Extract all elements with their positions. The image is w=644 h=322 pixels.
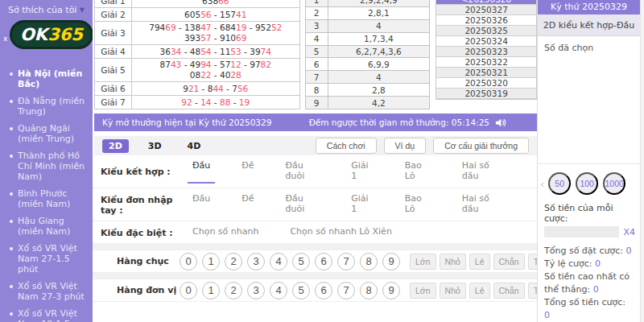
digit-button-6[interactable]: 6	[315, 253, 332, 270]
speaker-icon[interactable]	[494, 117, 506, 129]
sidebar-item[interactable]: Xổ số VR Việt Nam 27-1.5 phút	[0, 240, 93, 278]
tab-2d[interactable]: 2D	[102, 139, 129, 153]
bet-type-option[interactable]: Giải 1	[346, 160, 378, 184]
tab-3d[interactable]: 3D	[142, 139, 168, 153]
draw-date-item[interactable]: 20250321	[436, 68, 536, 78]
digit-action-button[interactable]: Nhỏ	[440, 254, 466, 270]
result-number: 3974	[250, 47, 271, 56]
amount-button-1000[interactable]: 1000	[603, 172, 625, 195]
sidebar-item[interactable]: Hậu Giang (miền Nam)	[0, 213, 93, 240]
draw-date-item[interactable]: 20250323	[436, 47, 536, 57]
digit-button-9[interactable]: 9	[382, 282, 400, 299]
favorites-label: Sở thích của tôi	[8, 5, 76, 15]
bet-type-option[interactable]: Đầu	[188, 160, 215, 184]
draw-date-item[interactable]: 20250322	[436, 57, 536, 68]
draw-date-item[interactable]: 20250326	[436, 15, 536, 26]
special-type-row: Kiểu đặc biệt : Chọn số nhanhChọn số nha…	[93, 221, 537, 244]
sidebar-item[interactable]: Hà Nội (miền Bắc)	[0, 65, 93, 93]
bullet-icon	[10, 155, 13, 158]
bet-type-option[interactable]: Bao Lô	[400, 193, 436, 217]
digit-button-1[interactable]: 1	[202, 253, 220, 270]
digit-button-4[interactable]: 4	[270, 253, 287, 270]
per-bet-input[interactable]	[544, 226, 619, 237]
results-section: Giải 163866Giải 260556 - 15741Giải 37946…	[94, 0, 537, 109]
digit-button-0[interactable]: 0	[180, 253, 197, 270]
sidebar-item-label: Bình Phước (miền Nam)	[18, 188, 89, 209]
bet-panel-draw-header: Kỳ thứ 20250329	[538, 0, 640, 14]
bet-type-option[interactable]: Hai số đầu	[457, 193, 507, 217]
digit-action-button[interactable]: Lớn	[410, 283, 436, 299]
digit-row-label: Hàng đơn vị	[117, 285, 180, 295]
bet-type-option[interactable]: Đề	[237, 193, 258, 217]
sidebar-favorites-header[interactable]: Sở thích của tôi ▼	[0, 0, 93, 17]
sidebar-item[interactable]: Xổ số VR Việt Nam 27-3 phút	[0, 278, 93, 305]
bet-panel-mode: 2D kiểu kết hợp-Đầu	[538, 14, 640, 36]
digit-button-8[interactable]: 8	[360, 282, 378, 299]
digit-button-8[interactable]: 8	[360, 253, 378, 270]
digit-button-9[interactable]: 9	[382, 253, 400, 270]
bet-type-option[interactable]: Giải 1	[346, 193, 378, 217]
bet-type-option[interactable]: Bao Lô	[400, 160, 436, 184]
digit-button-0[interactable]: 0	[180, 282, 197, 299]
help-button[interactable]: Cơ cấu giải thưởng	[433, 138, 529, 154]
draw-date-item[interactable]: 20250319	[436, 89, 536, 99]
current-draw-label: Kỳ mở thưởng hiện tại Kỳ thứ 20250329	[102, 118, 271, 127]
digit-action-button[interactable]: Lẻ	[469, 283, 490, 299]
caret-down-icon: ▼	[80, 6, 85, 14]
digit-button-5[interactable]: 5	[292, 282, 310, 299]
digit-stats-table: 12,9,2,4,922,8,13441,7,3,456,2,7,4,3,666…	[305, 0, 431, 109]
sidebar-item[interactable]: Xổ số VR Việt Nam 18-1.5 phút	[0, 305, 93, 322]
stats-row: 66,9,9	[305, 58, 430, 71]
bet-type-option[interactable]: Đầu	[188, 193, 215, 217]
close-x-icon[interactable]: x	[3, 35, 7, 43]
amount-button-50[interactable]: 50	[548, 172, 571, 195]
page-scrollbar[interactable]	[640, 0, 644, 322]
result-number: 756	[232, 84, 248, 93]
digit-button-3[interactable]: 3	[247, 253, 265, 270]
digit-button-7[interactable]: 7	[337, 253, 355, 270]
digit-action-button[interactable]: Nhỏ	[440, 283, 466, 299]
help-button[interactable]: Cách chơi	[316, 138, 377, 154]
digit-action-button[interactable]: Tất cả	[528, 254, 537, 270]
result-row: Giải 163866	[95, 0, 300, 8]
bet-type-option[interactable]: Chọn số nhanh	[188, 226, 263, 239]
digit-button-3[interactable]: 3	[247, 282, 265, 299]
digit-action-button[interactable]: Lớn	[410, 254, 436, 270]
sidebar-item[interactable]: Quảng Ngãi (miền Trung)	[0, 120, 93, 147]
bet-type-option[interactable]: Đầu đuôi	[281, 193, 325, 217]
draw-date-item[interactable]: 20250320	[436, 78, 536, 89]
digit-button-5[interactable]: 5	[292, 253, 310, 270]
stats-digit: 9	[305, 97, 328, 109]
chevron-left-icon[interactable]: ‹	[540, 179, 544, 189]
bet-type-option[interactable]: Chọn số nhanh Lô Xiên	[285, 226, 396, 239]
digit-button-4[interactable]: 4	[270, 282, 287, 299]
digit-button-2[interactable]: 2	[225, 282, 242, 299]
draw-date-item[interactable]: 20250325	[436, 26, 536, 36]
draw-date-item[interactable]: 20250327	[436, 5, 536, 15]
stats-row: 34	[305, 19, 430, 32]
sidebar-item[interactable]: Bình Phước (miền Nam)	[0, 185, 93, 213]
draw-dates-list: <202503282025032720250326202503252025032…	[436, 0, 537, 100]
sidebar-item[interactable]: Đà Nẵng (miền Trung)	[0, 93, 93, 120]
digit-action-button[interactable]: Chẵn	[493, 254, 525, 270]
digit-action-button[interactable]: Lẻ	[469, 254, 490, 270]
bet-type-option[interactable]: Đề	[237, 160, 258, 184]
digit-button-6[interactable]: 6	[315, 282, 332, 299]
tab-4d[interactable]: 4D	[181, 139, 208, 153]
digit-button-7[interactable]: 7	[337, 282, 355, 299]
draw-date-item[interactable]: 20250324	[436, 36, 536, 47]
stats-values: 6,2,7,4,3,6	[328, 45, 430, 58]
amount-button-100[interactable]: 100	[576, 172, 598, 195]
digit-action-button[interactable]: Chẵn	[493, 283, 525, 299]
stats-values: 6,9,9	[328, 58, 430, 71]
prize-label: Giải 7	[95, 96, 132, 109]
digit-button-1[interactable]: 1	[202, 282, 220, 299]
bet-type-option[interactable]: Đầu đuôi	[281, 160, 325, 184]
sidebar-item[interactable]: Thành phố Hồ Chí Minh (miền Nam)	[0, 147, 93, 185]
result-number: 9782	[250, 60, 271, 69]
digit-action-button[interactable]: Tất cả	[528, 283, 537, 299]
bet-type-option[interactable]: Hai số đầu	[457, 160, 507, 184]
help-button[interactable]: Ví dụ	[384, 138, 427, 154]
digit-button-2[interactable]: 2	[225, 253, 242, 270]
digit-row: Hàng chục0123456789LớnNhỏLẻChẵnTất cảXóa…	[93, 250, 537, 273]
